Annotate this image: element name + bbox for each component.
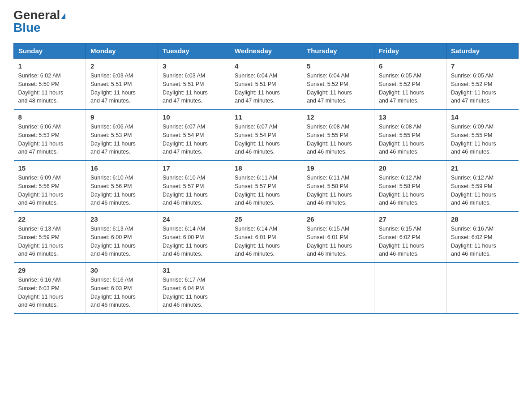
day-info: Sunrise: 6:07 AMSunset: 5:54 PMDaylight:…: [235, 124, 280, 155]
day-cell: 15 Sunrise: 6:09 AMSunset: 5:56 PMDaylig…: [14, 160, 86, 211]
header-cell-tuesday: Tuesday: [158, 43, 230, 59]
day-number: 14: [451, 113, 514, 121]
day-cell: 17 Sunrise: 6:10 AMSunset: 5:57 PMDaylig…: [158, 160, 230, 211]
day-number: 15: [18, 164, 82, 172]
day-cell: [374, 262, 446, 313]
day-info: Sunrise: 6:06 AMSunset: 5:53 PMDaylight:…: [90, 124, 136, 155]
day-cell: 20 Sunrise: 6:12 AMSunset: 5:58 PMDaylig…: [374, 160, 446, 211]
day-info: Sunrise: 6:12 AMSunset: 5:59 PMDaylight:…: [451, 175, 496, 206]
week-row-1: 1 Sunrise: 6:02 AMSunset: 5:50 PMDayligh…: [14, 59, 519, 110]
day-number: 25: [235, 215, 297, 223]
day-cell: 11 Sunrise: 6:07 AMSunset: 5:54 PMDaylig…: [230, 109, 302, 160]
day-cell: 24 Sunrise: 6:14 AMSunset: 6:00 PMDaylig…: [158, 211, 230, 262]
day-info: Sunrise: 6:04 AMSunset: 5:52 PMDaylight:…: [307, 73, 352, 104]
day-info: Sunrise: 6:13 AMSunset: 5:59 PMDaylight:…: [18, 226, 64, 257]
day-cell: 8 Sunrise: 6:06 AMSunset: 5:53 PMDayligh…: [14, 109, 86, 160]
week-row-4: 22 Sunrise: 6:13 AMSunset: 5:59 PMDaylig…: [14, 211, 519, 262]
day-number: 2: [90, 62, 153, 70]
day-cell: 18 Sunrise: 6:11 AMSunset: 5:57 PMDaylig…: [230, 160, 302, 211]
day-cell: 1 Sunrise: 6:02 AMSunset: 5:50 PMDayligh…: [14, 59, 86, 110]
week-row-5: 29 Sunrise: 6:16 AMSunset: 6:03 PMDaylig…: [14, 262, 519, 313]
header-cell-sunday: Sunday: [14, 43, 86, 59]
day-cell: 23 Sunrise: 6:13 AMSunset: 6:00 PMDaylig…: [86, 211, 158, 262]
day-number: 30: [90, 266, 153, 274]
day-number: 6: [379, 62, 442, 70]
calendar-header: SundayMondayTuesdayWednesdayThursdayFrid…: [14, 43, 519, 59]
day-cell: 9 Sunrise: 6:06 AMSunset: 5:53 PMDayligh…: [86, 109, 158, 160]
day-info: Sunrise: 6:14 AMSunset: 6:00 PMDaylight:…: [163, 226, 208, 257]
day-number: 31: [163, 266, 225, 274]
day-number: 4: [235, 62, 297, 70]
header-row: SundayMondayTuesdayWednesdayThursdayFrid…: [14, 43, 519, 59]
day-info: Sunrise: 6:02 AMSunset: 5:50 PMDaylight:…: [18, 73, 64, 104]
header-cell-thursday: Thursday: [302, 43, 374, 59]
day-info: Sunrise: 6:05 AMSunset: 5:52 PMDaylight:…: [379, 73, 424, 104]
day-cell: [302, 262, 374, 313]
day-info: Sunrise: 6:07 AMSunset: 5:54 PMDaylight:…: [163, 124, 208, 155]
day-number: 29: [18, 266, 82, 274]
day-cell: 27 Sunrise: 6:15 AMSunset: 6:02 PMDaylig…: [374, 211, 446, 262]
day-info: Sunrise: 6:15 AMSunset: 6:01 PMDaylight:…: [307, 226, 352, 257]
page-header: General Blue: [13, 9, 519, 34]
logo-general-text: General: [13, 8, 65, 22]
day-number: 13: [379, 113, 442, 121]
day-number: 23: [90, 215, 153, 223]
header-cell-wednesday: Wednesday: [230, 43, 302, 59]
day-number: 22: [18, 215, 82, 223]
logo-triangle-icon: [61, 13, 65, 19]
day-number: 18: [235, 164, 297, 172]
day-number: 17: [163, 164, 225, 172]
week-row-3: 15 Sunrise: 6:09 AMSunset: 5:56 PMDaylig…: [14, 160, 519, 211]
day-cell: 12 Sunrise: 6:08 AMSunset: 5:55 PMDaylig…: [302, 109, 374, 160]
day-cell: 22 Sunrise: 6:13 AMSunset: 5:59 PMDaylig…: [14, 211, 86, 262]
calendar-table: SundayMondayTuesdayWednesdayThursdayFrid…: [13, 43, 519, 314]
day-info: Sunrise: 6:09 AMSunset: 5:55 PMDaylight:…: [451, 124, 496, 155]
day-info: Sunrise: 6:08 AMSunset: 5:55 PMDaylight:…: [307, 124, 352, 155]
day-cell: [446, 262, 519, 313]
day-info: Sunrise: 6:10 AMSunset: 5:56 PMDaylight:…: [90, 175, 136, 206]
day-info: Sunrise: 6:05 AMSunset: 5:52 PMDaylight:…: [451, 73, 496, 104]
logo-general-line: General: [13, 9, 65, 21]
day-info: Sunrise: 6:10 AMSunset: 5:57 PMDaylight:…: [163, 175, 208, 206]
day-cell: 10 Sunrise: 6:07 AMSunset: 5:54 PMDaylig…: [158, 109, 230, 160]
day-number: 9: [90, 113, 153, 121]
day-cell: 28 Sunrise: 6:16 AMSunset: 6:02 PMDaylig…: [446, 211, 519, 262]
header-cell-saturday: Saturday: [446, 43, 519, 59]
header-cell-monday: Monday: [86, 43, 158, 59]
day-cell: 14 Sunrise: 6:09 AMSunset: 5:55 PMDaylig…: [446, 109, 519, 160]
day-cell: [230, 262, 302, 313]
day-number: 8: [18, 113, 82, 121]
day-info: Sunrise: 6:11 AMSunset: 5:58 PMDaylight:…: [307, 175, 352, 206]
day-number: 11: [235, 113, 297, 121]
logo-blue-text: Blue: [13, 21, 41, 34]
day-info: Sunrise: 6:14 AMSunset: 6:01 PMDaylight:…: [235, 226, 280, 257]
day-info: Sunrise: 6:16 AMSunset: 6:03 PMDaylight:…: [90, 277, 136, 308]
day-cell: 3 Sunrise: 6:03 AMSunset: 5:51 PMDayligh…: [158, 59, 230, 110]
day-info: Sunrise: 6:17 AMSunset: 6:04 PMDaylight:…: [163, 277, 208, 308]
day-number: 16: [90, 164, 153, 172]
logo-blue-line: Blue: [13, 21, 41, 34]
day-cell: 13 Sunrise: 6:08 AMSunset: 5:55 PMDaylig…: [374, 109, 446, 160]
day-cell: 19 Sunrise: 6:11 AMSunset: 5:58 PMDaylig…: [302, 160, 374, 211]
day-cell: 5 Sunrise: 6:04 AMSunset: 5:52 PMDayligh…: [302, 59, 374, 110]
day-info: Sunrise: 6:03 AMSunset: 5:51 PMDaylight:…: [90, 73, 136, 104]
day-cell: 2 Sunrise: 6:03 AMSunset: 5:51 PMDayligh…: [86, 59, 158, 110]
day-number: 12: [307, 113, 369, 121]
day-cell: 21 Sunrise: 6:12 AMSunset: 5:59 PMDaylig…: [446, 160, 519, 211]
day-number: 5: [307, 62, 369, 70]
day-cell: 26 Sunrise: 6:15 AMSunset: 6:01 PMDaylig…: [302, 211, 374, 262]
day-info: Sunrise: 6:12 AMSunset: 5:58 PMDaylight:…: [379, 175, 424, 206]
day-number: 20: [379, 164, 442, 172]
day-number: 26: [307, 215, 369, 223]
day-number: 28: [451, 215, 514, 223]
day-info: Sunrise: 6:06 AMSunset: 5:53 PMDaylight:…: [18, 124, 64, 155]
day-number: 3: [163, 62, 225, 70]
day-number: 19: [307, 164, 369, 172]
day-info: Sunrise: 6:13 AMSunset: 6:00 PMDaylight:…: [90, 226, 136, 257]
day-info: Sunrise: 6:16 AMSunset: 6:03 PMDaylight:…: [18, 277, 64, 308]
day-number: 21: [451, 164, 514, 172]
day-cell: 4 Sunrise: 6:04 AMSunset: 5:51 PMDayligh…: [230, 59, 302, 110]
day-info: Sunrise: 6:16 AMSunset: 6:02 PMDaylight:…: [451, 226, 496, 257]
week-row-2: 8 Sunrise: 6:06 AMSunset: 5:53 PMDayligh…: [14, 109, 519, 160]
day-number: 10: [163, 113, 225, 121]
